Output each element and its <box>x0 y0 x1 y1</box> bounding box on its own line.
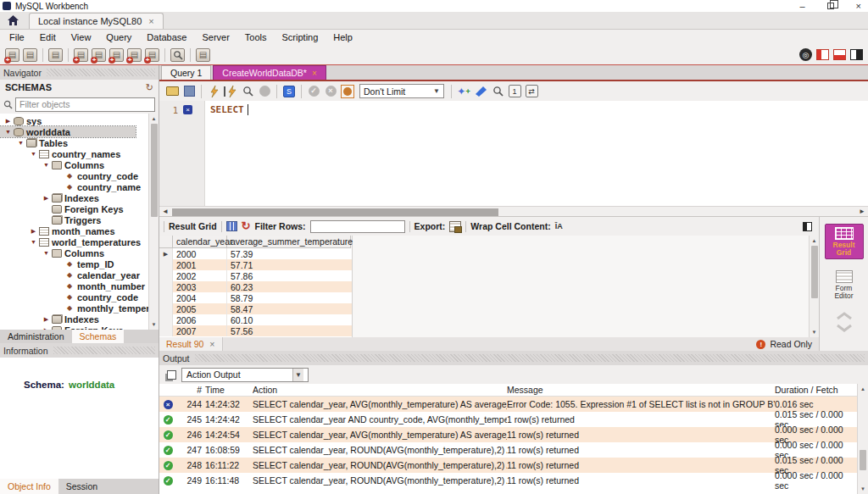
cell-calendar-year[interactable]: 2006 <box>173 314 227 325</box>
chevron-down-icon[interactable]: ▼ <box>3 129 13 135</box>
scroll-down-icon[interactable]: ▼ <box>860 484 865 494</box>
scrollbar-thumb[interactable] <box>860 450 866 470</box>
connection-tab-close-icon[interactable]: × <box>148 16 153 26</box>
collapse-down-icon[interactable] <box>836 324 853 334</box>
result-tab[interactable]: Result 90 × <box>159 337 223 351</box>
tree-item-tables[interactable]: ▼Tables <box>0 137 159 148</box>
hscrollbar-thumb[interactable] <box>172 208 498 216</box>
collapse-up-icon[interactable] <box>836 312 853 322</box>
scroll-down-icon[interactable]: ▼ <box>812 327 817 337</box>
connection-tab[interactable]: Local instance MySQL80 × <box>29 13 164 29</box>
output-vscrollbar[interactable]: ▲ ▼ <box>857 384 868 494</box>
cell-calendar-year[interactable]: 2005 <box>173 303 227 314</box>
toggle-preview-panel-icon[interactable] <box>803 222 812 231</box>
output-row[interactable]: ✓24916:11:48SELECT calendar_year, ROUND(… <box>159 473 857 488</box>
beautify-icon[interactable] <box>340 84 355 98</box>
column-header-calendar-year[interactable]: calendar_year <box>173 236 227 248</box>
limit-dropdown[interactable]: Don't Limit▼ <box>359 84 444 98</box>
minimize-button[interactable]: – <box>799 2 804 10</box>
chevron-right-icon[interactable]: ▶ <box>42 327 51 330</box>
tree-item-month-names[interactable]: ▶month_names <box>0 225 159 236</box>
stop-icon[interactable] <box>257 84 272 98</box>
tree-item-columns[interactable]: ▼Columns <box>0 247 159 258</box>
sql-editor[interactable]: 1 × SELECT <box>159 101 868 206</box>
create-view-icon[interactable]: ▤+ <box>109 48 124 62</box>
tab-close-icon[interactable]: × <box>312 69 317 78</box>
cell-average-summer-temperature[interactable]: 60.23 <box>227 281 351 292</box>
grid-row[interactable]: 200660.10 <box>159 314 352 325</box>
tab-schemas[interactable]: Schemas <box>72 330 125 343</box>
refresh-results-icon[interactable]: ↻ <box>242 221 251 231</box>
output-header-duration[interactable]: Duration / Fetch <box>775 385 857 395</box>
chevron-right-icon[interactable]: ▶ <box>29 228 38 235</box>
create-table-icon[interactable]: ▤+ <box>92 48 106 62</box>
tab-object-info[interactable]: Object Info <box>0 479 58 494</box>
grid-view-icon[interactable] <box>226 221 237 231</box>
editor-hscrollbar[interactable]: ◄ ► <box>159 206 868 217</box>
scroll-up-icon[interactable]: ▲ <box>152 114 157 124</box>
tree-item-foreign-keys[interactable]: ▶Foreign Keys <box>0 325 159 330</box>
restore-button[interactable] <box>827 3 834 9</box>
output-row[interactable]: ✓24716:08:59SELECT calendar_year, ROUND(… <box>159 442 857 458</box>
menu-tools[interactable]: Tools <box>237 30 275 45</box>
cell-calendar-year[interactable]: 2000 <box>173 248 227 259</box>
create-function-icon[interactable]: ▤+ <box>145 48 159 62</box>
cell-calendar-year[interactable]: 2007 <box>173 325 227 336</box>
column-header-average-summer-temperature[interactable]: average_summer_temperature <box>227 236 351 248</box>
output-header-time[interactable]: Time <box>205 385 253 395</box>
chevron-down-icon[interactable]: ▼ <box>42 250 51 256</box>
chevron-down-icon[interactable]: ▼ <box>42 162 51 168</box>
chevron-down-icon[interactable]: ▼ <box>433 87 440 95</box>
tree-scrollbar[interactable]: ▲ ▼ <box>148 114 159 330</box>
refresh-schemas-icon[interactable]: ↻ <box>146 82 153 93</box>
output-row[interactable]: ✓24816:11:22SELECT calendar_year, ROUND(… <box>159 458 857 473</box>
create-procedure-icon[interactable]: ▤+ <box>127 48 142 62</box>
cell-average-summer-temperature[interactable]: 57.71 <box>227 259 351 270</box>
menu-help[interactable]: Help <box>326 30 360 45</box>
tab-session[interactable]: Session <box>58 479 105 494</box>
tree-item-month-number[interactable]: ◆month_number <box>0 280 159 291</box>
invisible-characters-icon[interactable]: 1 <box>507 84 522 98</box>
clean-query-icon[interactable] <box>473 84 488 98</box>
wrap-lines-icon[interactable]: ⇄ <box>524 84 539 98</box>
output-row[interactable]: ✓24614:24:54SELECT calendar_year, AVG(mo… <box>159 427 857 442</box>
cell-calendar-year[interactable]: 2003 <box>173 281 227 292</box>
editor-tab-createworlddatadb-[interactable]: CreateWorldDataDB*× <box>213 65 326 80</box>
home-tab[interactable] <box>0 12 25 29</box>
execute-current-icon[interactable] <box>223 84 238 98</box>
toggle-bottom-panel-icon[interactable] <box>833 49 846 60</box>
save-snippet-icon[interactable]: ✦+ <box>456 84 471 98</box>
grid-row[interactable]: 200558.47 <box>159 303 352 314</box>
tree-item-foreign-keys[interactable]: Foreign Keys <box>0 203 159 214</box>
reconnect-db-icon[interactable]: ▤ <box>196 48 210 62</box>
tree-item-indexes[interactable]: ▶Indexes <box>0 314 159 325</box>
chevron-down-icon[interactable]: ▼ <box>29 151 38 157</box>
cell-calendar-year[interactable]: 2001 <box>173 259 227 270</box>
chevron-down-icon[interactable]: ▼ <box>29 239 38 245</box>
output-header-num[interactable]: # <box>176 385 205 395</box>
tree-item-columns[interactable]: ▼Columns <box>0 159 159 170</box>
chevron-right-icon[interactable]: ▶ <box>3 118 13 125</box>
code-area[interactable]: SELECT <box>205 101 868 206</box>
tree-item-triggers[interactable]: Triggers <box>0 214 159 225</box>
find-icon[interactable] <box>490 84 505 98</box>
explain-icon[interactable] <box>240 84 255 98</box>
create-schema-icon[interactable]: ▤+ <box>74 48 88 62</box>
tree-item-country-name[interactable]: ◆country_name <box>0 181 159 192</box>
menu-database[interactable]: Database <box>139 30 194 45</box>
tree-item-monthly-temperat[interactable]: ◆monthly_temperat <box>0 303 159 314</box>
output-selector[interactable]: Action Output ▼ <box>181 368 309 382</box>
menu-view[interactable]: View <box>64 30 99 45</box>
scrollbar-thumb[interactable] <box>811 246 818 298</box>
tree-item-country-code[interactable]: ◆country_code <box>0 170 159 181</box>
new-query-tab-icon[interactable]: ▤+ <box>5 48 19 62</box>
cell-average-summer-temperature[interactable]: 58.79 <box>227 292 351 303</box>
tree-item-calendar-year[interactable]: ◆calendar_year <box>0 269 159 280</box>
scroll-up-icon[interactable]: ▲ <box>812 236 817 246</box>
side-button-result-grid[interactable]: ResultGrid <box>825 224 864 259</box>
filter-objects-input[interactable] <box>15 97 155 112</box>
tree-item-sys[interactable]: ▶sys <box>0 115 159 126</box>
grid-row[interactable]: 200360.23 <box>159 281 352 292</box>
filter-rows-input[interactable] <box>310 220 405 233</box>
execute-icon[interactable] <box>206 84 221 98</box>
